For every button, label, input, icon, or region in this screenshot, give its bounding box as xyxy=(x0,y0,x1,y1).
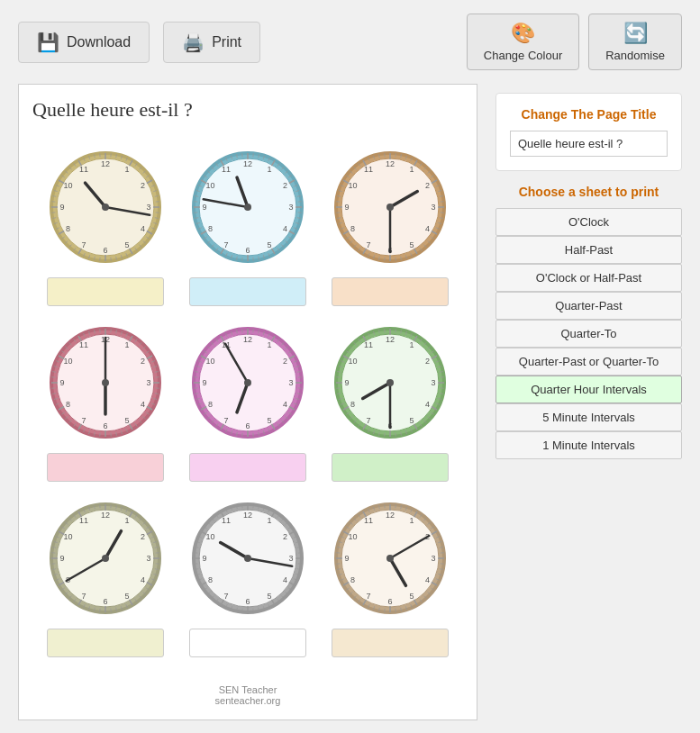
svg-text:1: 1 xyxy=(125,516,130,525)
svg-text:5: 5 xyxy=(125,592,130,601)
svg-text:6: 6 xyxy=(245,246,250,255)
svg-point-461 xyxy=(386,379,394,386)
svg-text:3: 3 xyxy=(288,203,293,212)
svg-text:12: 12 xyxy=(101,511,110,520)
svg-text:7: 7 xyxy=(366,240,370,249)
svg-text:2: 2 xyxy=(141,532,145,541)
svg-text:3: 3 xyxy=(147,554,151,563)
worksheet-container: Quelle heure est-il ? 121234567891011 xyxy=(18,84,477,720)
clock-svg-5: 121234567891011 xyxy=(327,320,453,446)
clock-label-3 xyxy=(47,453,164,482)
svg-text:10: 10 xyxy=(64,181,73,190)
clock-grid: 121234567891011 121234567891011 xyxy=(32,135,463,666)
svg-text:9: 9 xyxy=(344,203,349,212)
sheet-btn-7[interactable]: 5 Minute Intervals xyxy=(495,403,682,431)
svg-text:9: 9 xyxy=(344,554,349,563)
svg-point-307 xyxy=(102,379,109,386)
svg-text:2: 2 xyxy=(425,357,430,366)
sheet-btn-0[interactable]: O'Clock xyxy=(495,208,682,236)
print-button[interactable]: 🖨️ Print xyxy=(163,22,260,63)
sheet-btn-3[interactable]: Quarter-Past xyxy=(495,292,682,320)
svg-text:7: 7 xyxy=(82,592,86,601)
svg-text:4: 4 xyxy=(141,575,145,584)
svg-text:1: 1 xyxy=(267,516,271,525)
print-icon: 🖨️ xyxy=(182,32,205,53)
clock-svg-8: 121234567891011 xyxy=(327,495,453,621)
svg-text:12: 12 xyxy=(243,511,252,520)
sheet-btn-1[interactable]: Half-Past xyxy=(495,236,682,264)
clock-cell-4: 121234567891011 xyxy=(184,320,313,482)
svg-text:4: 4 xyxy=(283,400,287,409)
download-button[interactable]: 💾 Download xyxy=(18,22,150,63)
footer-line2: senteacher.org xyxy=(32,695,463,706)
clock-label-0 xyxy=(47,277,164,306)
svg-text:11: 11 xyxy=(222,516,231,525)
change-colour-button[interactable]: 🎨 Change Colour xyxy=(467,14,579,70)
sheet-btn-4[interactable]: Quarter-To xyxy=(495,320,682,348)
download-label: Download xyxy=(67,34,131,50)
svg-text:6: 6 xyxy=(104,597,108,606)
svg-text:5: 5 xyxy=(125,240,130,249)
svg-text:7: 7 xyxy=(82,240,86,249)
clock-svg-1: 121234567891011 xyxy=(185,144,311,270)
randomise-button[interactable]: 🔄 Randomise xyxy=(588,14,682,70)
sheet-buttons-container: O'ClockHalf-PastO'Clock or Half-PastQuar… xyxy=(495,208,682,459)
svg-text:7: 7 xyxy=(366,592,370,601)
svg-text:1: 1 xyxy=(409,516,414,525)
sheet-btn-6[interactable]: Quarter Hour Intervals xyxy=(495,376,682,403)
svg-text:5: 5 xyxy=(267,240,271,249)
svg-text:11: 11 xyxy=(364,165,373,174)
footer-line1: SEN Teacher xyxy=(32,684,463,695)
svg-point-538 xyxy=(102,555,109,562)
svg-text:12: 12 xyxy=(243,159,252,168)
svg-point-153 xyxy=(244,204,251,211)
svg-text:10: 10 xyxy=(64,357,73,366)
title-section: Change The Page Title xyxy=(495,93,682,171)
change-colour-label: Change Colour xyxy=(484,49,562,62)
svg-text:11: 11 xyxy=(79,340,88,349)
clock-label-5 xyxy=(332,453,449,482)
svg-text:8: 8 xyxy=(208,400,213,409)
clock-label-8 xyxy=(332,629,449,657)
svg-text:2: 2 xyxy=(141,181,145,190)
sheet-btn-2[interactable]: O'Clock or Half-Past xyxy=(495,264,682,292)
right-panel: Change The Page Title Choose a sheet to … xyxy=(495,84,682,720)
worksheet-title: Quelle heure est-il ? xyxy=(32,98,463,122)
sheet-btn-8[interactable]: 1 Minute Intervals xyxy=(495,431,682,459)
page-title-input[interactable] xyxy=(510,131,668,157)
clock-label-1 xyxy=(189,277,306,306)
svg-text:3: 3 xyxy=(147,203,151,212)
svg-text:10: 10 xyxy=(348,181,357,190)
svg-text:4: 4 xyxy=(425,224,430,233)
svg-text:1: 1 xyxy=(409,165,414,174)
clock-label-4 xyxy=(189,453,306,482)
svg-text:8: 8 xyxy=(350,575,355,584)
svg-text:8: 8 xyxy=(208,575,213,584)
svg-text:9: 9 xyxy=(202,203,206,212)
svg-text:2: 2 xyxy=(283,181,287,190)
svg-text:1: 1 xyxy=(125,165,130,174)
svg-text:6: 6 xyxy=(387,597,392,606)
sheet-section: Choose a sheet to print O'ClockHalf-Past… xyxy=(495,185,682,459)
svg-text:3: 3 xyxy=(288,378,293,387)
main-layout: Quelle heure est-il ? 121234567891011 xyxy=(0,84,700,733)
clock-svg-3: 121234567891011 xyxy=(42,320,168,446)
svg-point-230 xyxy=(386,204,394,211)
svg-text:12: 12 xyxy=(386,335,395,344)
svg-text:6: 6 xyxy=(245,597,250,606)
paint-icon: 🎨 xyxy=(511,22,535,45)
clock-label-2 xyxy=(332,277,449,306)
sheet-btn-5[interactable]: Quarter-Past or Quarter-To xyxy=(495,348,682,376)
svg-text:1: 1 xyxy=(267,165,271,174)
svg-text:3: 3 xyxy=(147,378,151,387)
svg-text:9: 9 xyxy=(344,378,349,387)
floppy-icon: 💾 xyxy=(37,32,59,53)
svg-text:2: 2 xyxy=(283,357,287,366)
svg-text:5: 5 xyxy=(267,592,271,601)
svg-text:11: 11 xyxy=(364,516,373,525)
clock-label-6 xyxy=(47,629,164,657)
clock-svg-7: 121234567891011 xyxy=(185,495,311,621)
svg-text:10: 10 xyxy=(348,532,357,541)
svg-point-615 xyxy=(244,555,251,562)
clock-svg-0: 121234567891011 xyxy=(42,144,168,270)
